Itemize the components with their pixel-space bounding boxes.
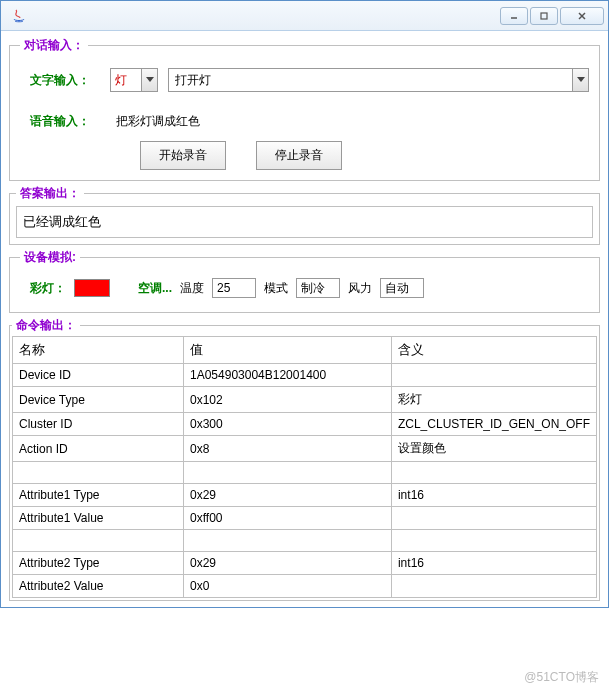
dialog-input-panel: 对话输入： 文字输入： 灯 打开灯 语音输入： 把彩灯调成红色 开始录音 停止录… xyxy=(9,37,600,181)
mode-label: 模式 xyxy=(264,280,288,297)
temp-label: 温度 xyxy=(180,280,204,297)
command-select-value: 打开灯 xyxy=(169,69,572,91)
answer-output-legend: 答案输出： xyxy=(16,185,84,202)
record-buttons: 开始录音 停止录音 xyxy=(140,141,589,170)
table-row: Attribute1 Value0xff00 xyxy=(13,507,597,530)
cell-meaning xyxy=(391,462,596,484)
table-row: Attribute1 Type0x29int16 xyxy=(13,484,597,507)
start-record-button[interactable]: 开始录音 xyxy=(140,141,226,170)
app-window: 对话输入： 文字输入： 灯 打开灯 语音输入： 把彩灯调成红色 开始录音 停止录… xyxy=(0,0,609,608)
table-row: Attribute2 Value0x0 xyxy=(13,575,597,598)
svg-rect-1 xyxy=(541,13,547,19)
cell-value: 0x29 xyxy=(184,552,392,575)
command-output-legend: 命令输出： xyxy=(12,317,80,334)
cell-name: Attribute1 Type xyxy=(13,484,184,507)
cell-meaning: 设置颜色 xyxy=(391,436,596,462)
text-input-label: 文字输入： xyxy=(20,72,110,89)
text-input-row: 文字输入： 灯 打开灯 xyxy=(20,68,589,92)
chevron-down-icon[interactable] xyxy=(141,69,157,91)
cell-name: Device Type xyxy=(13,387,184,413)
cell-value: 0x29 xyxy=(184,484,392,507)
answer-output-panel: 答案输出： 已经调成红色 xyxy=(9,185,600,245)
table-row: Action ID0x8设置颜色 xyxy=(13,436,597,462)
table-row: Device Type0x102彩灯 xyxy=(13,387,597,413)
header-value: 值 xyxy=(184,337,392,364)
cell-name: Attribute2 Value xyxy=(13,575,184,598)
voice-input-label: 语音输入： xyxy=(20,113,110,130)
cell-value: 0x300 xyxy=(184,413,392,436)
cell-value: 1A054903004B12001400 xyxy=(184,364,392,387)
cell-name: Device ID xyxy=(13,364,184,387)
device-sim-panel: 设备模拟: 彩灯： 空调... 温度 模式 风力 xyxy=(9,249,600,313)
minimize-button[interactable] xyxy=(500,7,528,25)
cell-meaning: int16 xyxy=(391,552,596,575)
voice-input-row: 语音输入： 把彩灯调成红色 xyxy=(20,110,589,133)
table-row: Device ID1A054903004B12001400 xyxy=(13,364,597,387)
wind-label: 风力 xyxy=(348,280,372,297)
java-icon xyxy=(11,8,27,24)
cell-meaning xyxy=(391,364,596,387)
titlebar[interactable] xyxy=(1,1,608,31)
cell-meaning xyxy=(391,575,596,598)
cell-value: 0x0 xyxy=(184,575,392,598)
cell-value: 0x102 xyxy=(184,387,392,413)
cell-value xyxy=(184,530,392,552)
cell-value: 0xff00 xyxy=(184,507,392,530)
cell-meaning: int16 xyxy=(391,484,596,507)
cell-name xyxy=(13,462,184,484)
table-row xyxy=(13,530,597,552)
cell-name: Cluster ID xyxy=(13,413,184,436)
cell-meaning: 彩灯 xyxy=(391,387,596,413)
command-select[interactable]: 打开灯 xyxy=(168,68,589,92)
content-area: 对话输入： 文字输入： 灯 打开灯 语音输入： 把彩灯调成红色 开始录音 停止录… xyxy=(1,31,608,607)
lamp-color-swatch xyxy=(74,279,110,297)
cell-value xyxy=(184,462,392,484)
header-name: 名称 xyxy=(13,337,184,364)
wind-input[interactable] xyxy=(380,278,424,298)
lamp-label: 彩灯： xyxy=(30,280,66,297)
header-meaning: 含义 xyxy=(391,337,596,364)
table-header-row: 名称 值 含义 xyxy=(13,337,597,364)
stop-record-button[interactable]: 停止录音 xyxy=(256,141,342,170)
voice-input-text: 把彩灯调成红色 xyxy=(110,110,206,133)
cell-meaning xyxy=(391,507,596,530)
chevron-down-icon[interactable] xyxy=(572,69,588,91)
answer-text: 已经调成红色 xyxy=(16,206,593,238)
cell-name: Action ID xyxy=(13,436,184,462)
table-row: Attribute2 Type0x29int16 xyxy=(13,552,597,575)
device-select-value: 灯 xyxy=(111,69,141,91)
close-button[interactable] xyxy=(560,7,604,25)
temp-input[interactable] xyxy=(212,278,256,298)
command-table: 名称 值 含义 Device ID1A054903004B12001400Dev… xyxy=(12,336,597,598)
mode-input[interactable] xyxy=(296,278,340,298)
window-controls xyxy=(500,7,604,25)
maximize-button[interactable] xyxy=(530,7,558,25)
cell-name: Attribute2 Type xyxy=(13,552,184,575)
device-sim-row: 彩灯： 空调... 温度 模式 风力 xyxy=(20,274,589,302)
device-sim-legend: 设备模拟: xyxy=(20,249,80,266)
dialog-input-legend: 对话输入： xyxy=(20,37,88,54)
cell-name: Attribute1 Value xyxy=(13,507,184,530)
cell-meaning: ZCL_CLUSTER_ID_GEN_ON_OFF xyxy=(391,413,596,436)
cell-meaning xyxy=(391,530,596,552)
command-output-panel: 命令输出： 名称 值 含义 Device ID1A054903004B12001… xyxy=(9,317,600,601)
cell-value: 0x8 xyxy=(184,436,392,462)
table-row: Cluster ID0x300ZCL_CLUSTER_ID_GEN_ON_OFF xyxy=(13,413,597,436)
device-select[interactable]: 灯 xyxy=(110,68,158,92)
cell-name xyxy=(13,530,184,552)
ac-label: 空调... xyxy=(138,280,172,297)
table-row xyxy=(13,462,597,484)
